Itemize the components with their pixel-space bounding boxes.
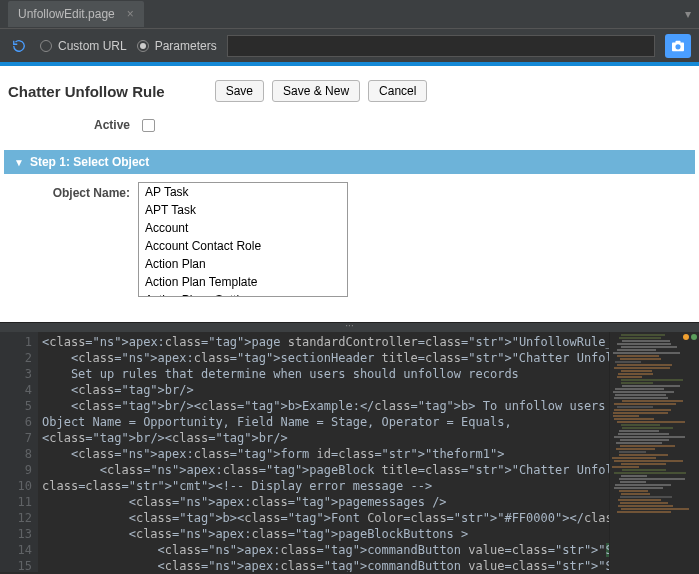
active-row: Active <box>0 112 699 138</box>
section-header[interactable]: ▼ Step 1: Select Object <box>4 150 695 174</box>
code-editor[interactable]: 123456789101112131415 <class="ns">apex:c… <box>0 332 699 572</box>
git-status-icon <box>683 334 697 340</box>
page-preview: Chatter Unfollow Rule Save Save & New Ca… <box>0 62 699 322</box>
tab-menu-icon[interactable]: ▾ <box>685 7 691 21</box>
svg-rect-1 <box>675 40 680 43</box>
list-item[interactable]: Account Contact Role <box>139 237 347 255</box>
save-new-button[interactable]: Save & New <box>272 80 360 102</box>
list-item[interactable]: Account <box>139 219 347 237</box>
object-name-row: Object Name: AP TaskAPT TaskAccountAccou… <box>0 174 699 305</box>
object-name-listbox[interactable]: AP TaskAPT TaskAccountAccount Contact Ro… <box>138 182 348 297</box>
object-name-label: Object Name: <box>10 182 130 200</box>
page-title: Chatter Unfollow Rule <box>8 83 165 100</box>
list-item[interactable]: APT Task <box>139 201 347 219</box>
close-icon[interactable]: × <box>127 7 134 21</box>
custom-url-radio[interactable]: Custom URL <box>40 39 127 53</box>
refresh-icon[interactable] <box>8 35 30 57</box>
line-gutter: 123456789101112131415 <box>0 332 38 572</box>
list-item[interactable]: Action Plan <box>139 255 347 273</box>
screenshot-icon[interactable] <box>665 34 691 58</box>
radio-icon <box>40 40 52 52</box>
save-button[interactable]: Save <box>215 80 264 102</box>
parameters-label: Parameters <box>155 39 217 53</box>
custom-url-label: Custom URL <box>58 39 127 53</box>
tab-bar: UnfollowEdit.page × ▾ <box>0 0 699 28</box>
active-checkbox[interactable] <box>142 119 155 132</box>
cancel-button[interactable]: Cancel <box>368 80 427 102</box>
tab-label: UnfollowEdit.page <box>18 7 115 21</box>
parameters-radio[interactable]: Parameters <box>137 39 217 53</box>
section-title: Step 1: Select Object <box>30 155 149 169</box>
chevron-down-icon: ▼ <box>14 157 24 168</box>
svg-point-2 <box>675 44 680 49</box>
preview-toolbar: Custom URL Parameters <box>0 28 699 62</box>
file-tab[interactable]: UnfollowEdit.page × <box>8 1 144 27</box>
code-content[interactable]: <class="ns">apex:class="tag">page standa… <box>38 332 609 572</box>
splitter-handle[interactable] <box>0 322 699 332</box>
page-header: Chatter Unfollow Rule Save Save & New Ca… <box>0 66 699 112</box>
parameters-input[interactable] <box>227 35 655 57</box>
list-item[interactable]: Action Plan Template <box>139 273 347 291</box>
radio-icon <box>137 40 149 52</box>
active-label: Active <box>10 118 130 132</box>
minimap[interactable] <box>609 332 699 572</box>
button-group: Save Save & New Cancel <box>215 80 428 102</box>
list-item[interactable]: AP Task <box>139 183 347 201</box>
list-item[interactable]: Action Plans Settings <box>139 291 347 297</box>
